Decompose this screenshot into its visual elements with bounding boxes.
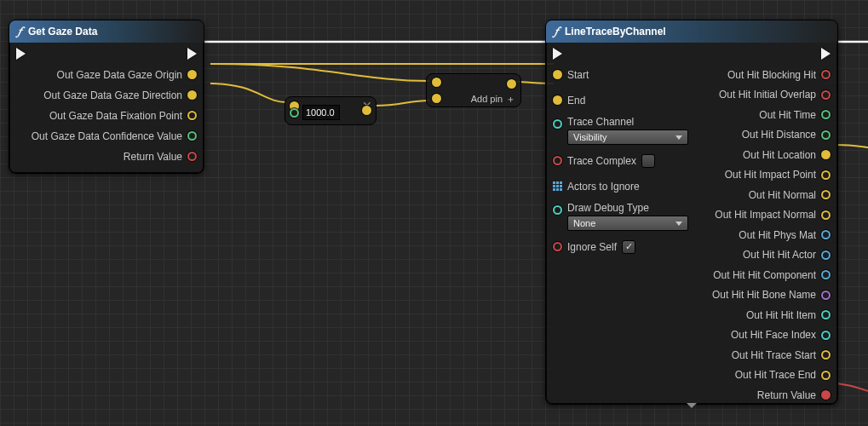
pin-label: Out Gaze Data Gaze Origin — [57, 69, 182, 81]
pin-out-hit-item[interactable] — [821, 310, 831, 320]
function-icon: 𝑓 — [18, 25, 21, 38]
pin-label: Out Hit Face Index — [731, 329, 816, 341]
pin-gaze-direction[interactable] — [187, 90, 197, 100]
pin-label: Out Hit Time — [759, 109, 816, 121]
pin-label: End — [567, 95, 585, 106]
pin-out-blocking-hit[interactable] — [821, 70, 831, 79]
exec-out-pin[interactable] — [821, 48, 831, 60]
pin-out-impact-normal[interactable] — [821, 210, 831, 220]
pin-label: Out Hit Location — [743, 149, 816, 161]
blueprint-graph[interactable]: 𝑓 Get Gaze Data Out Gaze Data Gaze Origi… — [0, 0, 868, 426]
pin-label: Out Hit Blocking Hit — [727, 69, 816, 81]
pin-label: Out Hit Normal — [749, 189, 816, 201]
pin-add-a[interactable] — [432, 78, 441, 87]
pin-label: Start — [567, 69, 589, 81]
node-header: 𝑓 LineTraceByChannel — [546, 20, 837, 43]
pin-out-normal[interactable] — [821, 190, 831, 199]
pin-add-b[interactable] — [432, 94, 441, 103]
pin-out-phys-mat[interactable] — [821, 230, 831, 239]
pin-label: Out Hit Hit Item — [746, 309, 816, 321]
pin-label: Out Hit Hit Actor — [743, 249, 816, 261]
ignore-self-checkbox[interactable]: ✓ — [622, 240, 635, 254]
pin-out-time[interactable] — [821, 110, 831, 119]
exec-in-pin[interactable] — [16, 48, 26, 60]
pin-end[interactable] — [553, 95, 562, 105]
pin-ignore-self[interactable] — [553, 242, 562, 251]
chevron-down-icon — [675, 222, 682, 226]
pin-label: Ignore Self — [567, 241, 617, 253]
pin-label: Out Hit Hit Component — [713, 269, 816, 281]
trace-channel-dropdown[interactable]: Visibility — [567, 130, 688, 145]
plus-small-icon: ＋ — [506, 93, 515, 106]
add-pin-button[interactable]: Add pin ＋ — [471, 93, 515, 106]
pin-out-return-value[interactable] — [821, 390, 831, 400]
pin-label: Out Hit Initial Overlap — [719, 89, 816, 101]
pin-fixation-point[interactable] — [187, 111, 197, 120]
pin-label: Trace Channel — [567, 116, 688, 128]
dropdown-value: None — [573, 218, 595, 228]
node-title: Get Gaze Data — [28, 26, 97, 37]
pin-trace-channel[interactable] — [553, 119, 562, 129]
pin-label: Draw Debug Type — [567, 202, 688, 214]
draw-debug-dropdown[interactable]: None — [567, 216, 688, 231]
pin-label: Out Hit Trace End — [735, 369, 816, 381]
node-header: 𝑓 Get Gaze Data — [9, 20, 204, 43]
pin-label: Out Hit Distance — [742, 129, 816, 141]
pin-label: Trace Complex — [567, 155, 636, 167]
pin-out-hit-actor[interactable] — [821, 250, 831, 260]
pin-out-location[interactable] — [821, 150, 831, 159]
trace-complex-checkbox[interactable] — [641, 154, 655, 168]
pin-gaze-origin[interactable] — [187, 70, 197, 79]
exec-in-pin[interactable] — [553, 48, 562, 60]
pin-label: Out Hit Trace Start — [732, 349, 816, 361]
pin-multiply-out[interactable] — [362, 106, 371, 115]
pin-start[interactable] — [553, 70, 562, 79]
chevron-down-icon — [675, 135, 682, 140]
node-title: LineTraceByChannel — [565, 26, 666, 37]
pin-trace-complex[interactable] — [553, 156, 562, 165]
pin-out-impact-point[interactable] — [821, 170, 831, 180]
pin-multiply-b[interactable] — [290, 108, 299, 118]
pin-label: Return Value — [124, 151, 182, 163]
pin-actors-to-ignore[interactable] — [553, 181, 562, 191]
pin-out-distance[interactable] — [821, 130, 831, 140]
multiply-value-input[interactable] — [302, 105, 340, 120]
pin-label: Out Hit Impact Normal — [715, 209, 816, 221]
pin-confidence[interactable] — [187, 131, 197, 141]
pin-return-value[interactable] — [187, 152, 197, 161]
pin-label: Out Gaze Data Fixation Point — [49, 110, 182, 122]
pin-out-hit-component[interactable] — [821, 270, 831, 279]
pin-label: Return Value — [757, 389, 816, 401]
dropdown-value: Visibility — [573, 132, 607, 142]
node-get-gaze-data[interactable]: 𝑓 Get Gaze Data Out Gaze Data Gaze Origi… — [9, 20, 204, 174]
pin-label: Actors to Ignore — [567, 181, 640, 193]
function-icon: 𝑓 — [555, 25, 558, 38]
pin-out-trace-end[interactable] — [821, 371, 831, 380]
pin-out-face-index[interactable] — [821, 331, 831, 340]
pin-draw-debug[interactable] — [553, 205, 562, 215]
pin-label: Out Hit Hit Bone Name — [712, 289, 816, 301]
node-linetrace[interactable]: 𝑓 LineTraceByChannel Start End Trace Cha… — [545, 20, 838, 405]
pin-out-trace-start[interactable] — [821, 350, 831, 360]
add-pin-label: Add pin — [471, 94, 503, 104]
pin-label: Out Hit Phys Mat — [739, 229, 816, 241]
expand-node-icon[interactable] — [687, 403, 697, 408]
node-add-vector[interactable]: + Add pin ＋ — [426, 73, 521, 107]
pin-add-out[interactable] — [507, 79, 516, 89]
exec-out-pin[interactable] — [187, 48, 197, 60]
node-multiply[interactable]: ✕ — [285, 96, 377, 125]
pin-label: Out Hit Impact Point — [725, 169, 816, 181]
pin-label: Out Gaze Data Confidence Value — [32, 130, 182, 142]
pin-label: Out Gaze Data Gaze Direction — [43, 89, 182, 101]
pin-out-bone-name[interactable] — [821, 291, 831, 300]
pin-out-initial-overlap[interactable] — [821, 90, 831, 100]
